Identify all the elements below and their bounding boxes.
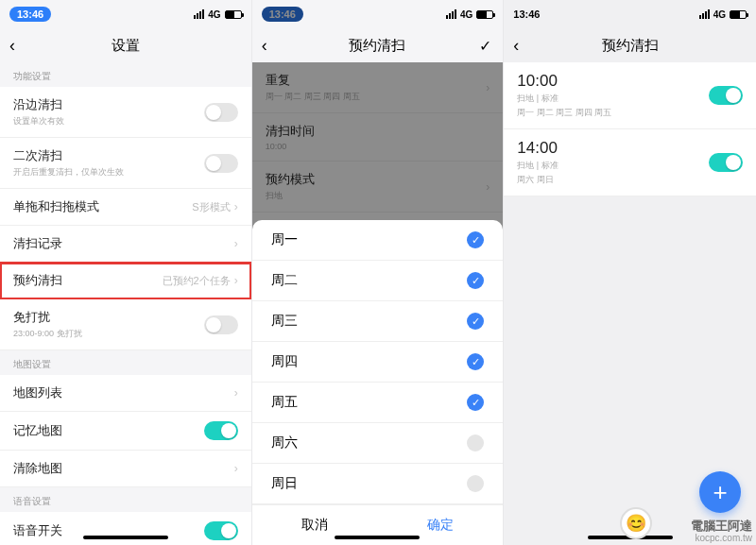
row-clean-time[interactable]: 清扫时间10:00 bbox=[252, 113, 504, 162]
toggle-edge[interactable] bbox=[204, 103, 238, 122]
schedule-item[interactable]: 10:00扫地 | 标准周一 周二 周三 周四 周五 bbox=[504, 62, 756, 129]
check-icon: ✓ bbox=[467, 313, 484, 330]
toggle-twice[interactable] bbox=[204, 154, 238, 173]
row-memory-map[interactable]: 记忆地图 bbox=[0, 412, 251, 451]
row-sub: 扫地 bbox=[266, 190, 315, 202]
day-option[interactable]: 周五✓ bbox=[252, 383, 504, 423]
row-title: 记忆地图 bbox=[13, 422, 62, 439]
day-label: 周日 bbox=[271, 475, 298, 492]
day-option[interactable]: 周六 bbox=[252, 423, 504, 464]
row-edge-clean[interactable]: 沿边清扫设置单次有效 bbox=[0, 87, 251, 138]
row-mode[interactable]: 预约模式扫地 › bbox=[252, 162, 504, 213]
day-label: 周六 bbox=[271, 434, 298, 451]
schedule-toggle[interactable] bbox=[709, 86, 743, 105]
nav-bar: ‹ 预约清扫 ✓ bbox=[252, 28, 504, 62]
row-title: 清除地图 bbox=[13, 460, 62, 477]
chevron-right-icon: › bbox=[234, 200, 238, 213]
row-map-list[interactable]: 地图列表 › bbox=[0, 375, 251, 412]
row-sub: 设置单次有效 bbox=[13, 115, 64, 128]
panel-settings: 13:46 4G ‹ 设置 功能设置 沿边清扫设置单次有效 二次清扫开启后重复清… bbox=[0, 0, 252, 545]
row-dnd[interactable]: 免打扰23:00-9:00 免打扰 bbox=[0, 299, 251, 350]
row-title: 单拖和扫拖模式 bbox=[13, 198, 99, 215]
toggle-dnd[interactable] bbox=[204, 315, 238, 334]
schedule-mode: 扫地 | 标准 bbox=[517, 93, 611, 105]
signal-bars-icon bbox=[446, 9, 456, 19]
schedule-mode: 扫地 | 标准 bbox=[517, 160, 558, 172]
row-scheduled-clean[interactable]: 预约清扫 已预约2个任务› bbox=[0, 263, 251, 299]
day-option[interactable]: 周四✓ bbox=[252, 342, 504, 383]
add-schedule-button[interactable]: + bbox=[699, 471, 741, 513]
row-voice-switch[interactable]: 语音开关 bbox=[0, 512, 251, 545]
check-icon: ✓ bbox=[467, 272, 484, 289]
row-title: 二次清扫 bbox=[13, 147, 124, 164]
check-icon: ✓ bbox=[467, 394, 484, 411]
panel-schedule-list: 13:46 4G ‹ 预约清扫 10:00扫地 | 标准周一 周二 周三 周四 … bbox=[504, 0, 756, 545]
schedule-item[interactable]: 14:00扫地 | 标准周六 周日 bbox=[504, 129, 756, 196]
back-icon[interactable]: ‹ bbox=[262, 36, 267, 56]
network-label: 4G bbox=[208, 9, 220, 20]
watermark-url: kocpc.com.tw bbox=[691, 533, 752, 543]
signal-cluster: 4G bbox=[446, 9, 493, 20]
day-label: 周五 bbox=[271, 394, 298, 411]
schedule-days: 周六 周日 bbox=[517, 174, 558, 186]
status-bar: 13:46 4G bbox=[0, 0, 251, 28]
signal-bars-icon bbox=[194, 9, 204, 19]
schedule-toggle[interactable] bbox=[709, 153, 743, 172]
network-label: 4G bbox=[713, 9, 726, 20]
time-label: 13:46 bbox=[513, 9, 540, 20]
back-icon[interactable]: ‹ bbox=[513, 36, 519, 56]
day-label: 周一 bbox=[271, 231, 298, 248]
day-option[interactable]: 周日 bbox=[252, 464, 504, 504]
row-title: 预约模式 bbox=[266, 171, 315, 188]
row-drag-mode[interactable]: 单拖和扫拖模式 S形模式› bbox=[0, 189, 251, 226]
day-label: 周四 bbox=[271, 353, 298, 370]
battery-icon bbox=[476, 10, 493, 19]
toggle-voice[interactable] bbox=[204, 521, 238, 540]
page-title: 预约清扫 bbox=[349, 37, 405, 55]
watermark: 電腦王阿達 kocpc.com.tw bbox=[691, 519, 752, 543]
chevron-right-icon: › bbox=[234, 462, 238, 475]
time-pill: 13:46 bbox=[262, 7, 303, 22]
row-twice-clean[interactable]: 二次清扫开启后重复清扫，仅单次生效 bbox=[0, 138, 251, 189]
row-title: 预约清扫 bbox=[13, 272, 62, 289]
schedule-time: 10:00 bbox=[517, 72, 611, 91]
watermark-brand: 電腦王阿達 bbox=[691, 519, 752, 533]
row-sub: 开启后重复清扫，仅单次生效 bbox=[13, 166, 124, 179]
nav-bar: ‹ 设置 bbox=[0, 28, 251, 62]
panel-schedule-edit: 13:46 4G ‹ 预约清扫 ✓ 重复周一 周二 周三 周四 周五 › 清扫时… bbox=[252, 0, 505, 545]
chevron-right-icon: › bbox=[234, 237, 238, 250]
home-indicator[interactable] bbox=[83, 536, 168, 539]
chevron-right-icon: › bbox=[234, 386, 238, 400]
row-title: 语音开关 bbox=[13, 522, 62, 539]
row-value: 已预约2个任务 bbox=[163, 274, 231, 288]
schedule-days: 周一 周二 周三 周四 周五 bbox=[517, 107, 611, 119]
day-option[interactable]: 周一✓ bbox=[252, 220, 504, 261]
day-option[interactable]: 周二✓ bbox=[252, 261, 504, 301]
day-option[interactable]: 周三✓ bbox=[252, 301, 504, 342]
nav-bar: ‹ 预约清扫 bbox=[504, 28, 756, 62]
row-clear-map[interactable]: 清除地图 › bbox=[0, 451, 251, 487]
day-label: 周三 bbox=[271, 313, 298, 330]
back-icon[interactable]: ‹ bbox=[9, 36, 15, 56]
home-indicator[interactable] bbox=[335, 536, 420, 539]
check-icon: ✓ bbox=[467, 353, 484, 370]
confirm-icon[interactable]: ✓ bbox=[479, 37, 491, 55]
row-repeat[interactable]: 重复周一 周二 周三 周四 周五 › bbox=[252, 62, 504, 113]
section-func: 功能设置 bbox=[0, 62, 251, 87]
page-title: 预约清扫 bbox=[602, 37, 659, 55]
check-icon: ✓ bbox=[467, 231, 484, 248]
status-bar: 13:46 4G bbox=[504, 0, 756, 28]
status-bar: 13:46 4G bbox=[252, 0, 504, 28]
row-title: 沿边清扫 bbox=[13, 96, 64, 113]
unchecked-icon bbox=[467, 434, 484, 451]
row-title: 免打扰 bbox=[13, 309, 82, 326]
row-sub: 10:00 bbox=[266, 142, 315, 151]
unchecked-icon bbox=[467, 475, 484, 492]
time-pill: 13:46 bbox=[9, 7, 51, 22]
section-voice: 语音设置 bbox=[0, 487, 251, 512]
toggle-memory-map[interactable] bbox=[204, 421, 238, 440]
network-label: 4G bbox=[460, 9, 472, 20]
row-clean-record[interactable]: 清扫记录 › bbox=[0, 226, 251, 263]
row-title: 清扫记录 bbox=[13, 235, 62, 252]
chevron-right-icon: › bbox=[486, 81, 490, 94]
